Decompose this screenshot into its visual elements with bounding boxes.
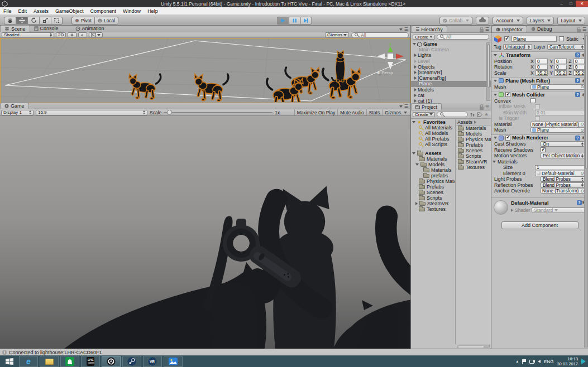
panel-menu-arrow[interactable]: [399, 105, 403, 108]
hierarchy-scrollbar[interactable]: [486, 42, 490, 101]
rotation-y[interactable]: 0: [554, 65, 567, 70]
tab-scene[interactable]: Scene: [0, 25, 30, 32]
hierarchy-item[interactable]: Models: [411, 87, 491, 93]
taskbar-unity[interactable]: [102, 356, 121, 367]
folder-item[interactable]: Materials: [456, 125, 491, 131]
panel-menu-arrow[interactable]: [399, 28, 403, 31]
hierarchy-item-selected[interactable]: Plane: [411, 81, 491, 86]
scale-tool-icon[interactable]: [39, 17, 51, 25]
folder-item[interactable]: Prefabs: [456, 142, 491, 148]
maximize-on-play-toggle[interactable]: Maximize On Play: [294, 109, 338, 115]
scale-y[interactable]: 35.2284: [554, 70, 567, 76]
favorite-item[interactable]: All Prefabs: [411, 136, 455, 142]
search-by-type-icon[interactable]: [470, 112, 475, 117]
menu-gameobject[interactable]: GameObject: [52, 8, 87, 14]
close-button[interactable]: ✕: [576, 1, 588, 7]
help-icon[interactable]: ?: [577, 200, 582, 205]
lock-icon[interactable]: [480, 29, 484, 32]
tree-folder[interactable]: Scenes: [411, 190, 455, 195]
folder-item[interactable]: Models: [456, 131, 491, 137]
layout-dropdown[interactable]: Layout: [557, 17, 585, 25]
collider-mesh-field[interactable]: Plane⊙: [530, 127, 586, 133]
material-preview-sphere[interactable]: [494, 200, 508, 215]
favorite-item[interactable]: All Materials: [411, 125, 455, 131]
step-button[interactable]: [300, 17, 312, 25]
aspect-dropdown[interactable]: 16:9: [36, 110, 147, 115]
language-indicator[interactable]: ENG: [544, 359, 553, 364]
materials-foldout[interactable]: Materials: [494, 159, 586, 165]
menu-component[interactable]: Component: [87, 8, 120, 14]
position-y[interactable]: 0: [554, 59, 567, 64]
hierarchy-item[interactable]: Main Camera: [411, 47, 491, 52]
taskbar-clock[interactable]: 18:13 30.03.2017: [557, 356, 578, 367]
draw-mode-dropdown[interactable]: Shaded: [2, 32, 54, 37]
scene-search-input[interactable]: All: [351, 32, 409, 38]
taskbar-explorer[interactable]: [40, 356, 59, 367]
mesh-filter-header[interactable]: Plane (Mesh Filter)?✱: [491, 77, 588, 84]
menu-assets[interactable]: Assets: [30, 8, 52, 14]
horizontal-scrollbar[interactable]: [457, 345, 490, 347]
lock-icon[interactable]: [480, 107, 484, 110]
menu-edit[interactable]: Edit: [15, 8, 31, 14]
collab-dropdown[interactable]: Collab: [439, 17, 472, 25]
menu-help[interactable]: Help: [144, 8, 161, 14]
lighting-toggle[interactable]: [68, 32, 77, 37]
folder-item[interactable]: Physics Materials: [456, 137, 491, 142]
hierarchy-item[interactable]: Objects: [411, 64, 491, 70]
transform-header[interactable]: Transform?✱: [491, 51, 588, 59]
hierarchy-item[interactable]: [CameraRig]: [411, 75, 491, 81]
tree-folder[interactable]: Prefabs: [411, 184, 455, 190]
scene-orientation-gizmo[interactable]: y: [377, 41, 404, 70]
tree-folder[interactable]: Physics Materials: [411, 178, 455, 184]
taskbar-store[interactable]: [60, 356, 79, 367]
renderer-enabled-checkbox[interactable]: [505, 136, 510, 141]
rotate-tool-icon[interactable]: [27, 17, 39, 25]
favorite-item[interactable]: All Scripts: [411, 142, 455, 147]
favorites-root[interactable]: ★Favorites: [411, 119, 455, 125]
lock-icon[interactable]: [577, 29, 581, 32]
add-component-button[interactable]: Add Component: [501, 221, 579, 229]
mesh-object-field[interactable]: Plane⊙: [530, 84, 586, 90]
move-tool-icon[interactable]: [16, 17, 27, 25]
menu-file[interactable]: File: [0, 8, 15, 14]
display-dropdown[interactable]: Display 1: [1, 110, 34, 115]
tree-folder[interactable]: Textures: [411, 206, 455, 212]
tab-inspector[interactable]: iInspector: [491, 26, 527, 32]
game-gizmos-dropdown[interactable]: Gizmos: [382, 109, 409, 115]
help-icon[interactable]: ?: [575, 92, 580, 97]
breadcrumb[interactable]: Assets: [456, 119, 491, 125]
local-toggle[interactable]: Local: [94, 17, 118, 25]
tree-folder[interactable]: prefabs: [411, 173, 455, 178]
start-button[interactable]: [2, 356, 17, 367]
inspector-scrollbar[interactable]: [584, 33, 588, 347]
hierarchy-item[interactable]: cat: [411, 93, 491, 98]
rotation-x[interactable]: 0: [536, 65, 548, 70]
hierarchy-search-input[interactable]: All: [437, 34, 489, 40]
panel-menu-icon[interactable]: ☰: [485, 105, 489, 109]
help-icon[interactable]: ?: [575, 136, 580, 141]
materials-size-field[interactable]: 1: [535, 165, 586, 171]
tab-debug[interactable]: Debug: [527, 26, 556, 32]
stats-toggle[interactable]: Stats: [366, 109, 382, 115]
menu-window[interactable]: Window: [119, 8, 144, 14]
tree-folder[interactable]: Models: [411, 162, 455, 167]
collider-enabled-checkbox[interactable]: [505, 92, 510, 97]
favorite-item[interactable]: All Models: [411, 131, 455, 136]
favorites-star-icon[interactable]: ★: [484, 112, 489, 117]
mute-audio-toggle[interactable]: Mute Audio: [337, 109, 366, 115]
action-center-flag-icon[interactable]: [522, 359, 526, 362]
tag-dropdown[interactable]: Untagged: [503, 44, 532, 50]
assets-root[interactable]: Assets: [411, 151, 455, 156]
help-icon[interactable]: ?: [575, 52, 580, 57]
panel-menu-icon[interactable]: ☰: [404, 27, 408, 32]
hierarchy-item[interactable]: Level: [411, 59, 491, 64]
hand-tool-icon[interactable]: [4, 17, 16, 25]
volume-icon[interactable]: [538, 360, 541, 363]
cloud-button[interactable]: [476, 17, 489, 25]
cast-shadows-dropdown[interactable]: On: [541, 141, 586, 147]
tree-folder[interactable]: Scripts: [411, 195, 455, 201]
mesh-renderer-header[interactable]: Mesh Renderer?✱: [491, 134, 588, 142]
panel-menu-icon[interactable]: ☰: [582, 27, 586, 32]
maximize-button[interactable]: □: [566, 1, 576, 7]
folder-item[interactable]: Scripts: [456, 153, 491, 159]
